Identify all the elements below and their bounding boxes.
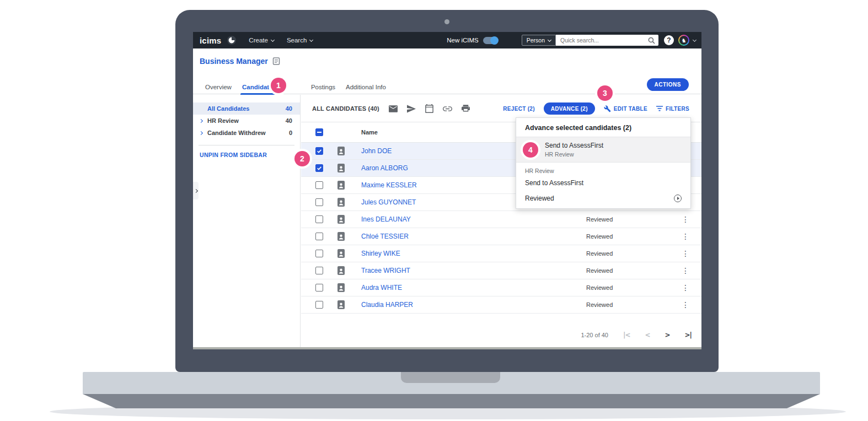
row-kebab-icon[interactable]: ⋮: [682, 267, 689, 274]
candidate-card-icon: [337, 266, 345, 275]
candidate-name-link[interactable]: Shirley WIKE: [361, 250, 400, 257]
candidate-card-icon: [337, 181, 345, 190]
step-badge-2: 2: [294, 151, 310, 166]
sidebar-expander[interactable]: [193, 182, 199, 199]
new-icims-toggle-label: New iCIMS: [447, 37, 479, 44]
search-menu[interactable]: Search: [287, 37, 313, 44]
link-icon[interactable]: [443, 106, 452, 111]
unpin-from-sidebar-button[interactable]: UNPIN FROM SIDEBAR: [200, 152, 293, 158]
chevron-down-icon: [548, 37, 551, 41]
pagination: 1-20 of 40 |< < > >|: [581, 328, 692, 342]
row-checkbox[interactable]: [315, 250, 323, 257]
page-header: Business Manager: [200, 57, 280, 66]
sidebar-item-all-candidates[interactable]: All Candidates 40: [193, 102, 300, 115]
candidate-name-link[interactable]: Jules GUYONNET: [361, 198, 416, 206]
pagination-next-button[interactable]: >: [665, 331, 670, 339]
pagination-first-button[interactable]: |<: [623, 331, 630, 339]
sidebar-item-hr-review[interactable]: HR Review 40: [193, 115, 300, 127]
app-window: icims Create Search New iCIMS Person ?: [193, 32, 701, 349]
avatar-chevron-icon[interactable]: [693, 37, 696, 41]
create-menu-label: Create: [249, 37, 268, 44]
row-checkbox[interactable]: [315, 233, 323, 240]
create-menu[interactable]: Create: [249, 37, 274, 44]
search-icon[interactable]: [648, 37, 655, 44]
row-checkbox[interactable]: [315, 215, 323, 223]
chevron-right-icon[interactable]: [199, 118, 203, 122]
select-all-checkbox[interactable]: [315, 128, 323, 136]
row-status: Reviewed: [586, 250, 613, 257]
advance-menu-suggested-item[interactable]: Send to AssessFirst HR Review: [516, 137, 690, 163]
submenu-icon[interactable]: [674, 195, 682, 202]
email-icon[interactable]: [389, 105, 398, 112]
print-icon[interactable]: [462, 105, 470, 112]
table-row: Chloé TESSIER Reviewed ⋮: [301, 228, 701, 245]
table-row: Audra WHITE Reviewed ⋮: [301, 279, 701, 296]
send-icon[interactable]: [407, 105, 416, 113]
row-kebab-icon[interactable]: ⋮: [682, 250, 689, 257]
laptop-mockup: icims Create Search New iCIMS Person ?: [0, 0, 868, 421]
help-button[interactable]: ?: [664, 35, 674, 45]
candidate-name-link[interactable]: Chloé TESSIER: [361, 233, 409, 240]
new-icims-toggle[interactable]: [483, 37, 497, 44]
sidebar-item-count: 40: [286, 105, 292, 112]
pagination-last-button[interactable]: >|: [685, 331, 692, 339]
row-status: Reviewed: [586, 301, 613, 308]
candidate-name-link[interactable]: Aaron ALBORG: [361, 164, 408, 172]
screenshot-bottom-edge: [193, 347, 701, 349]
row-kebab-icon[interactable]: ⋮: [682, 284, 689, 292]
user-avatar[interactable]: [678, 35, 689, 46]
row-checkbox[interactable]: [315, 164, 323, 172]
sidebar-item-label: HR Review: [207, 117, 239, 124]
sidebar-item-candidate-withdrew[interactable]: Candidate Withdrew 0: [193, 127, 300, 139]
reject-button[interactable]: REJECT (2): [503, 106, 534, 112]
step-badge-1: 1: [271, 78, 286, 93]
top-nav: icims Create Search New iCIMS Person ?: [193, 32, 701, 48]
laptop-base-underside: [83, 394, 820, 408]
row-checkbox[interactable]: [315, 267, 323, 274]
advance-button[interactable]: ADVANCE (2): [544, 102, 595, 115]
row-checkbox[interactable]: [315, 301, 323, 309]
candidate-name-link[interactable]: Tracee WRIGHT: [361, 267, 410, 274]
candidate-name-link[interactable]: Ines DELAUNAY: [361, 215, 411, 223]
row-status: Reviewed: [586, 267, 613, 274]
avatar-image: [679, 36, 688, 45]
table-row: Ines DELAUNAY Reviewed ⋮: [301, 211, 701, 228]
row-checkbox[interactable]: [315, 284, 323, 292]
row-checkbox[interactable]: [315, 181, 323, 189]
name-column-header: Name: [361, 129, 378, 136]
page-title: Business Manager: [200, 57, 268, 66]
candidate-name-link[interactable]: Claudia HARPER: [361, 301, 413, 309]
filters-button[interactable]: FILTERS: [656, 106, 689, 112]
row-checkbox[interactable]: [315, 198, 323, 206]
row-kebab-icon[interactable]: ⋮: [682, 301, 689, 309]
candidate-card-icon: [337, 215, 345, 224]
person-scope-select[interactable]: Person: [522, 35, 556, 46]
actions-button[interactable]: ACTIONS: [647, 78, 689, 91]
row-status: Reviewed: [586, 216, 613, 223]
chevron-right-icon: [194, 188, 197, 192]
suggested-title: Send to AssessFirst: [545, 142, 682, 149]
suggested-subtitle: HR Review: [545, 151, 682, 158]
edit-table-button[interactable]: EDIT TABLE: [604, 105, 647, 112]
chevron-right-icon[interactable]: [199, 131, 203, 134]
row-kebab-icon[interactable]: ⋮: [682, 233, 689, 240]
advance-menu-item-send-to-assessfirst[interactable]: Send to AssessFirst: [516, 176, 690, 190]
candidate-name-link[interactable]: Audra WHITE: [361, 284, 402, 292]
sidebar-item-label: Candidate Withdrew: [207, 129, 266, 136]
tab-additional-info[interactable]: Additional Info: [346, 80, 386, 94]
candidate-card-icon: [337, 249, 345, 258]
candidate-name-link[interactable]: John DOE: [361, 147, 392, 155]
candidate-name-link[interactable]: Maxime KESSLER: [361, 181, 417, 189]
pagination-prev-button[interactable]: <: [645, 331, 650, 339]
toggle-knob: [490, 36, 499, 45]
chevron-down-icon: [309, 37, 313, 41]
quick-search-input[interactable]: [560, 37, 643, 44]
tab-overview[interactable]: Overview: [205, 80, 232, 94]
tab-postings[interactable]: Postings: [311, 80, 335, 94]
row-kebab-icon[interactable]: ⋮: [682, 215, 689, 223]
advance-menu-item-reviewed[interactable]: Reviewed: [516, 190, 690, 208]
calendar-icon[interactable]: [425, 104, 433, 113]
new-icims-toggle-group: New iCIMS: [447, 37, 497, 44]
row-checkbox[interactable]: [315, 147, 323, 155]
pagination-range: 1-20 of 40: [581, 332, 608, 338]
